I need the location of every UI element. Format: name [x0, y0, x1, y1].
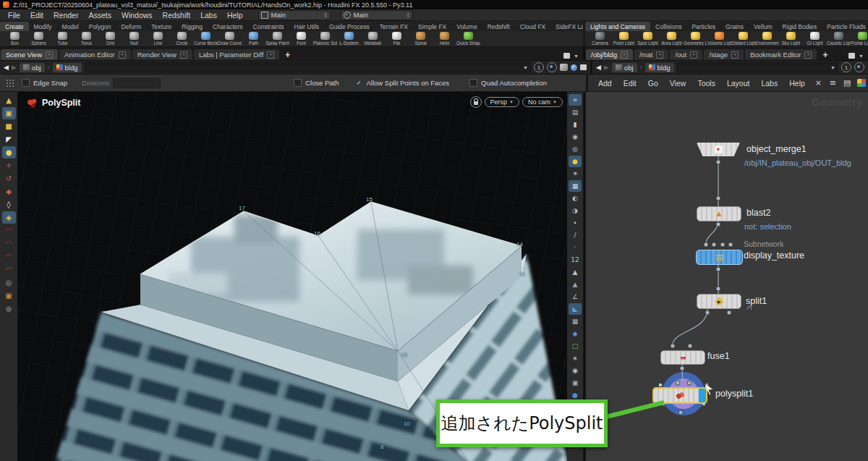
- allow-split-checkbox[interactable]: ✓: [355, 79, 363, 87]
- display-rings-icon[interactable]: ◎: [569, 143, 582, 155]
- node-object-merge[interactable]: ▼: [697, 143, 740, 156]
- shelf-tab[interactable]: Polygon: [84, 22, 116, 31]
- pane-tab[interactable]: Animation Editor ×: [59, 49, 131, 60]
- pane-tab[interactable]: Render View ×: [132, 49, 192, 60]
- camera-lock-badge[interactable]: [470, 96, 482, 108]
- pane-tab[interactable]: /obj/bldg ×: [586, 49, 633, 60]
- shelf-tool[interactable]: Curve Bezier: [194, 32, 218, 46]
- shelf-tool[interactable]: Null: [122, 32, 146, 46]
- shelf-tool[interactable]: Spiral: [409, 32, 433, 46]
- fan-icon[interactable]: ∗: [569, 352, 582, 364]
- node-label[interactable]: display_texture: [744, 250, 804, 261]
- link-target-icon[interactable]: [547, 62, 557, 72]
- circle-button-icon[interactable]: ◉: [569, 365, 582, 376]
- forward-arrow-icon[interactable]: ▶: [12, 64, 17, 71]
- shelf-tab[interactable]: Model: [57, 22, 84, 31]
- menu-item[interactable]: Edit: [25, 11, 48, 20]
- camera-mask-icon[interactable]: ▦: [569, 180, 582, 192]
- shelf-tab[interactable]: Vellum: [749, 22, 778, 31]
- show-geometry-icon[interactable]: ■: [2, 120, 16, 132]
- shelf-tool[interactable]: Torus: [75, 32, 98, 46]
- desktop-selector[interactable]: Main ▲▼: [258, 10, 331, 20]
- shading-half-icon[interactable]: ◐: [569, 193, 582, 204]
- menu-item[interactable]: Windows: [116, 11, 158, 20]
- point-marker-icon[interactable]: •: [569, 217, 582, 229]
- new-pane-tab-button[interactable]: +: [817, 50, 833, 60]
- network-menu-item[interactable]: Layout: [721, 79, 756, 88]
- shelf-tool[interactable]: Circle: [170, 32, 194, 46]
- new-pane-tab-button[interactable]: +: [280, 50, 295, 60]
- snap-primitive-icon[interactable]: ◠: [2, 237, 16, 250]
- shelf-tab[interactable]: Texture: [146, 22, 176, 31]
- shelf-tab[interactable]: SideFX Labs: [550, 22, 583, 31]
- network-menu-item[interactable]: Tools: [692, 79, 721, 88]
- shade-triangle-icon[interactable]: ◣: [569, 303, 582, 315]
- scale-tool-icon[interactable]: ◆: [2, 185, 16, 198]
- node-label[interactable]: polysplit1: [715, 389, 753, 399]
- menu-item[interactable]: Render: [48, 11, 83, 20]
- display-flag[interactable]: [699, 389, 706, 402]
- tree-list-icon[interactable]: ≡: [828, 78, 838, 88]
- shelf-tool[interactable]: Sky Light: [779, 32, 803, 46]
- shelf-tool[interactable]: L-System: [337, 32, 361, 46]
- parameter-sheet-icon[interactable]: ▤: [843, 78, 852, 88]
- shelf-tab[interactable]: Create: [0, 22, 29, 31]
- shelf-tab[interactable]: Particle Fluids: [822, 22, 868, 31]
- close-tab-icon[interactable]: ×: [690, 51, 697, 59]
- shelf-tab[interactable]: Lights and Cameras: [585, 22, 650, 31]
- shelf-tab[interactable]: Rigid Bodies: [778, 22, 822, 31]
- menu-item[interactable]: Redshift: [158, 11, 196, 20]
- angle-icon[interactable]: ∠: [569, 291, 582, 303]
- shelf-tool[interactable]: Quick Shapes: [456, 32, 480, 46]
- close-tab-icon[interactable]: ×: [46, 51, 53, 59]
- shelf-tool[interactable]: Sphere: [27, 32, 51, 46]
- path-dropdown-icon[interactable]: ▼: [523, 65, 528, 70]
- shelf-tab[interactable]: Simple FX: [413, 22, 451, 31]
- pane-maximize-icon[interactable]: [848, 53, 855, 59]
- diamond-icon[interactable]: ◆: [569, 328, 582, 339]
- path-node-chip[interactable]: bldg: [645, 63, 674, 72]
- visibility-glasses-icon[interactable]: ∞: [569, 94, 582, 106]
- pane-tab[interactable]: Bookmark Editor ×: [745, 49, 817, 60]
- shelf-tab[interactable]: Constraints: [248, 22, 289, 31]
- node-label[interactable]: object_merge1: [746, 144, 807, 154]
- shelf-tool[interactable]: Box: [3, 32, 27, 46]
- light-figure-icon[interactable]: ☀: [569, 168, 582, 179]
- shelf-tool[interactable]: Distant Light: [731, 32, 755, 46]
- path-context-chip[interactable]: obj: [612, 63, 637, 72]
- shelf-tab[interactable]: Redshift: [482, 22, 515, 31]
- snap-grid-icon[interactable]: ◠: [2, 224, 16, 237]
- path-dropdown-icon[interactable]: ▼: [830, 65, 835, 70]
- point-numbers-icon[interactable]: 12: [569, 254, 582, 266]
- shelf-tool[interactable]: Path: [242, 32, 265, 46]
- link-target-icon[interactable]: [854, 62, 864, 72]
- palette-icon[interactable]: [857, 79, 866, 87]
- state-dot-icon[interactable]: [571, 64, 577, 71]
- close-tab-icon[interactable]: ×: [656, 51, 663, 59]
- shelf-tool[interactable]: Line: [146, 32, 170, 46]
- pane-tab[interactable]: /out ×: [670, 49, 702, 60]
- network-editor[interactable]: Geometry: [586, 92, 868, 461]
- shelf-tool[interactable]: Environment Light: [755, 32, 779, 46]
- path-context-chip[interactable]: obj: [20, 63, 45, 72]
- menu-item[interactable]: Labs: [195, 11, 222, 20]
- forward-arrow-icon[interactable]: ▶: [604, 64, 609, 71]
- close-tab-icon[interactable]: ×: [804, 51, 812, 59]
- handles-tool-icon[interactable]: ◈: [2, 211, 16, 224]
- shelf-tab[interactable]: Deform: [116, 22, 146, 31]
- node-display-texture[interactable]: [696, 250, 743, 265]
- layout-square-icon[interactable]: [580, 64, 587, 70]
- point-normals-icon[interactable]: ▲: [569, 266, 582, 278]
- snap-magnet-icon[interactable]: ◠: [2, 263, 16, 276]
- checker-icon[interactable]: ▦: [569, 316, 582, 327]
- path-input[interactable]: ▼: [677, 62, 839, 72]
- shelf-tool[interactable]: Platonic Solids: [313, 32, 337, 46]
- close-tab-icon[interactable]: ×: [267, 51, 274, 59]
- pane-maximize-icon[interactable]: [563, 53, 570, 59]
- pane-tab[interactable]: Labs | Parameter Diff ×: [194, 49, 279, 60]
- shelf-tool[interactable]: Point Light: [612, 32, 636, 46]
- network-menu-item[interactable]: View: [664, 79, 692, 88]
- no-cam-badge[interactable]: No cam ▼: [522, 97, 563, 107]
- close-tab-icon[interactable]: ×: [119, 51, 126, 59]
- rotate-tool-icon[interactable]: ↺: [2, 172, 16, 185]
